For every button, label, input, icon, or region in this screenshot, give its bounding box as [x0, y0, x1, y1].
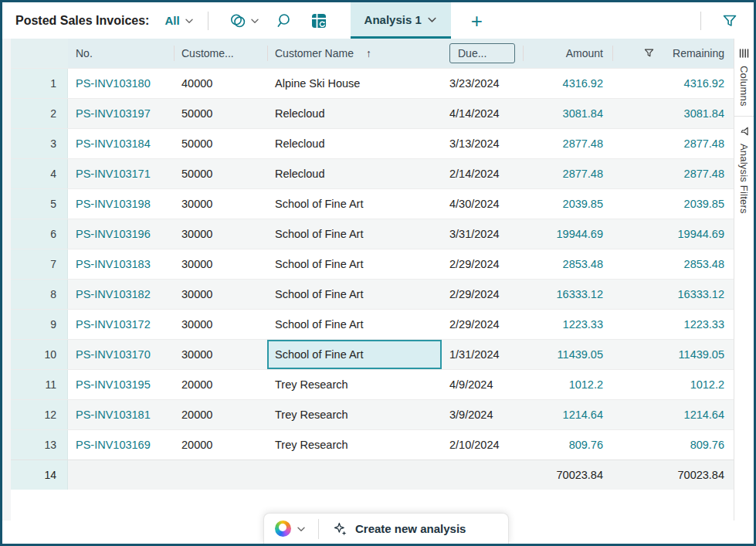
- cell-amount[interactable]: 809.76: [523, 430, 612, 460]
- row-number[interactable]: 14: [11, 460, 68, 490]
- cell-due[interactable]: 4/14/2024: [442, 99, 523, 128]
- cell-customer-name[interactable]: Trey Research: [267, 400, 442, 429]
- cell-due[interactable]: 2/29/2024: [442, 310, 523, 339]
- search-button[interactable]: [270, 9, 300, 32]
- cell-customer-name[interactable]: Relecloud: [267, 129, 442, 158]
- rail-tab-columns[interactable]: Columns: [734, 39, 754, 116]
- cell-due[interactable]: 2/29/2024: [442, 280, 523, 309]
- cell-amount[interactable]: 11439.05: [523, 340, 612, 369]
- cell-no[interactable]: PS-INV103181: [68, 400, 174, 429]
- cell-customer-name[interactable]: Trey Research: [267, 370, 442, 399]
- cell-due[interactable]: 3/23/2024: [442, 69, 523, 98]
- cell-remaining[interactable]: 19944.69: [612, 219, 734, 249]
- header-customer-name[interactable]: Customer Name ↑: [267, 39, 442, 68]
- row-number[interactable]: 8: [11, 280, 68, 309]
- cell-customer-name[interactable]: Relecloud: [267, 159, 442, 188]
- cell-customer-name[interactable]: School of Fine Art: [267, 189, 442, 219]
- cell-no[interactable]: PS-INV103172: [68, 310, 174, 339]
- cell-remaining[interactable]: 4316.92: [612, 69, 734, 98]
- cell-customer-name[interactable]: School of Fine Art: [267, 219, 442, 249]
- row-number[interactable]: 1: [11, 69, 68, 98]
- cell-amount[interactable]: 2877.48: [523, 159, 612, 188]
- cell-amount[interactable]: 4316.92: [523, 69, 612, 98]
- cell-no[interactable]: PS-INV103196: [68, 219, 174, 249]
- cell-amount[interactable]: 1012.2: [523, 370, 612, 399]
- cell-customer-no[interactable]: 30000: [174, 310, 267, 339]
- total-remaining[interactable]: 70023.84: [612, 460, 734, 490]
- view-filter-dropdown[interactable]: All: [164, 14, 193, 27]
- cell-remaining[interactable]: 2853.48: [612, 249, 734, 279]
- cell-customer-no[interactable]: 30000: [174, 280, 267, 309]
- cell-no[interactable]: PS-INV103184: [68, 129, 174, 158]
- cell-customer-name[interactable]: School of Fine Art: [267, 340, 442, 369]
- cell-remaining[interactable]: 1214.64: [612, 400, 734, 429]
- cell-due[interactable]: 3/9/2024: [442, 400, 523, 429]
- cell-no[interactable]: PS-INV103198: [68, 189, 174, 219]
- cell-due[interactable]: 4/30/2024: [442, 189, 523, 219]
- cell-no[interactable]: PS-INV103170: [68, 340, 174, 369]
- cell-no[interactable]: PS-INV103180: [68, 69, 174, 98]
- cell-due[interactable]: [442, 460, 523, 490]
- header-due-date[interactable]: Due...: [442, 39, 523, 68]
- cell-amount[interactable]: 2039.85: [523, 189, 612, 219]
- filter-button[interactable]: [715, 9, 744, 32]
- header-remaining[interactable]: Remaining: [612, 39, 734, 68]
- rail-tab-analysis-filters[interactable]: Analysis Filters: [734, 116, 754, 223]
- cell-amount[interactable]: 2853.48: [523, 249, 612, 279]
- cell-remaining[interactable]: 1012.2: [612, 370, 734, 399]
- cell-remaining[interactable]: 2877.48: [612, 129, 734, 158]
- cell-customer-no[interactable]: 30000: [174, 189, 267, 219]
- row-number[interactable]: 3: [11, 129, 68, 158]
- cell-amount[interactable]: 19944.69: [523, 219, 612, 249]
- cell-customer-name[interactable]: School of Fine Art: [267, 280, 442, 309]
- cell-no[interactable]: PS-INV103182: [68, 280, 174, 309]
- cell-amount[interactable]: 1214.64: [523, 400, 612, 429]
- row-number[interactable]: 2: [11, 99, 68, 128]
- cell-customer-no[interactable]: 50000: [174, 129, 267, 158]
- cell-customer-no[interactable]: 20000: [174, 430, 267, 460]
- cell-amount[interactable]: 1223.33: [523, 310, 612, 339]
- header-no[interactable]: No.: [68, 39, 174, 68]
- tab-analysis-1[interactable]: Analysis 1: [351, 2, 451, 39]
- cell-customer-no[interactable]: 30000: [174, 219, 267, 249]
- cell-customer-no[interactable]: 50000: [174, 99, 267, 128]
- row-number[interactable]: 4: [11, 159, 68, 188]
- cell-customer-name[interactable]: Alpine Ski House: [267, 69, 442, 98]
- cell-no[interactable]: PS-INV103183: [68, 249, 174, 279]
- cell-due[interactable]: 2/29/2024: [442, 249, 523, 279]
- row-number[interactable]: 9: [11, 310, 68, 339]
- cell-no[interactable]: [68, 460, 174, 490]
- cell-no[interactable]: PS-INV103169: [68, 430, 174, 460]
- row-number[interactable]: 7: [11, 249, 68, 279]
- cell-customer-no[interactable]: 20000: [174, 370, 267, 399]
- cell-due[interactable]: 3/13/2024: [442, 129, 523, 158]
- cell-customer-no[interactable]: 30000: [174, 249, 267, 279]
- cell-customer-name[interactable]: Relecloud: [267, 99, 442, 128]
- cell-no[interactable]: PS-INV103197: [68, 99, 174, 128]
- pivot-refresh-button[interactable]: [304, 9, 334, 32]
- cell-due[interactable]: 2/14/2024: [442, 159, 523, 188]
- cell-remaining[interactable]: 16333.12: [612, 280, 734, 309]
- header-customer-no[interactable]: Custome...: [174, 39, 267, 68]
- cell-no[interactable]: PS-INV103195: [68, 370, 174, 399]
- cell-due[interactable]: 1/31/2024: [442, 340, 523, 369]
- cell-customer-no[interactable]: 50000: [174, 159, 267, 188]
- cell-remaining[interactable]: 1223.33: [612, 310, 734, 339]
- cell-customer-no[interactable]: 20000: [174, 400, 267, 429]
- cell-amount[interactable]: 3081.84: [523, 99, 612, 128]
- cell-customer-no[interactable]: 40000: [174, 69, 267, 98]
- analysis-views-button[interactable]: [222, 9, 266, 32]
- cell-remaining[interactable]: 2877.48: [612, 159, 734, 188]
- row-number[interactable]: 6: [11, 219, 68, 249]
- row-number[interactable]: 12: [11, 400, 68, 429]
- row-number[interactable]: 11: [11, 370, 68, 399]
- cell-amount[interactable]: 2877.48: [523, 129, 612, 158]
- cell-remaining[interactable]: 11439.05: [612, 340, 734, 369]
- add-analysis-tab-button[interactable]: +: [463, 11, 490, 31]
- cell-customer-name[interactable]: School of Fine Art: [267, 310, 442, 339]
- cell-remaining[interactable]: 809.76: [612, 430, 734, 460]
- header-amount[interactable]: Amount: [523, 39, 612, 68]
- cell-customer-no[interactable]: [174, 460, 267, 490]
- cell-customer-no[interactable]: 30000: [174, 340, 267, 369]
- copilot-menu-button[interactable]: [275, 521, 315, 537]
